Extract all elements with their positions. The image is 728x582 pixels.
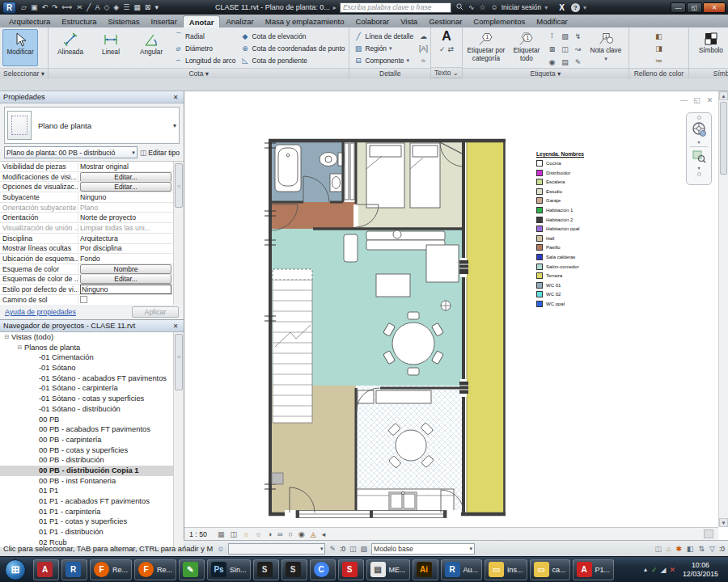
ribbon-tab[interactable]: Colaborar (349, 15, 395, 27)
property-value[interactable]: Norte de proyecto (78, 213, 173, 222)
property-value[interactable]: Plano (78, 203, 173, 213)
close-icon[interactable]: ✕ (171, 94, 180, 101)
ribbon-list-button[interactable]: ⊕ Cota de coordenadas de punto (239, 42, 346, 54)
tree-item[interactable]: 00 PB - inst Fontaneria (0, 476, 173, 487)
ribbon-tab[interactable]: Anotar (183, 15, 221, 27)
taskbar-app-button[interactable]: ▭ Ins... (485, 559, 527, 580)
tree-item[interactable]: 00 PB - cotas y superficies (0, 445, 173, 456)
ribbon-list-button[interactable]: ▨ Región▾ (352, 42, 417, 54)
tree-item[interactable]: ⊟ Vistas (todo) (0, 332, 173, 343)
ribbon-tab[interactable]: Complementos (468, 15, 531, 27)
scrollbar-thumb[interactable]: ≡ (175, 334, 183, 390)
expand-icon[interactable]: ⊟ (2, 332, 11, 343)
tree-item[interactable]: 01 P1 - cotas y superficies (0, 517, 173, 527)
selection-option-icon[interactable]: ◧ (687, 545, 694, 553)
scroll-up-icon[interactable]: ▲ (719, 91, 728, 100)
taskbar-app-button[interactable]: A (33, 559, 59, 580)
tag-all-button[interactable]: 1 Etiquetartodo (509, 29, 544, 66)
start-button[interactable]: ⊞ (5, 559, 26, 580)
expand-icon[interactable] (30, 415, 39, 425)
angular-button[interactable]: Angular (132, 29, 171, 66)
tag-by-category-button[interactable]: 1 Etiquetar porcategoría (465, 29, 507, 66)
expand-icon[interactable] (30, 435, 39, 445)
chevron-down-icon[interactable]: ▾ (697, 139, 700, 145)
view-control-icon[interactable]: ◬ (311, 530, 316, 538)
view-control-icon[interactable]: ◑ (268, 530, 272, 538)
qat-icon[interactable]: ◇ (104, 3, 109, 11)
view-restore-icon[interactable]: ◱ (692, 96, 702, 104)
tree-item[interactable]: 00 PB - distribución Copia 1 (0, 466, 173, 476)
detail-mini-icon[interactable]: ☁ (419, 31, 428, 42)
property-value[interactable]: Limpiar todas las uni... (78, 223, 173, 233)
lineal-button[interactable]: Lineal (91, 29, 130, 66)
qat-icon[interactable]: ⊠ (145, 3, 151, 11)
taskbar-app-button[interactable]: Ps Sin... (207, 559, 251, 580)
taskbar-app-button[interactable]: R (61, 559, 87, 580)
qat-icon[interactable]: ▣ (31, 3, 38, 11)
vertical-scrollbar[interactable]: ▲ ▼ (718, 91, 728, 527)
property-value[interactable]: Editar... (78, 172, 173, 182)
expand-icon[interactable] (30, 507, 39, 517)
symbol-button[interactable]: Símbolo (692, 29, 728, 66)
panel-label-texto[interactable]: Texto ⌄ (431, 67, 462, 78)
qat-icon[interactable]: ▾ (154, 3, 159, 11)
app-menu-button[interactable]: R (2, 2, 16, 14)
ribbon-tab[interactable]: Arquitectura (3, 15, 56, 27)
view-minimize-icon[interactable]: — (679, 96, 689, 104)
sign-in-button[interactable]: Iniciar sesión (502, 3, 542, 11)
property-value[interactable]: Fondo (78, 254, 173, 264)
taskbar-app-button[interactable]: C (310, 559, 336, 580)
exchange-apps-icon[interactable]: X (559, 3, 565, 12)
detail-mini-icon[interactable]: [A] (419, 43, 428, 54)
view-control-icon[interactable]: ◂ (322, 530, 326, 538)
qat-icon[interactable]: ▦ (133, 3, 141, 11)
expand-icon[interactable] (30, 394, 39, 404)
ribbon-list-button[interactable]: ╱ Línea de detalle (352, 30, 417, 42)
color-fill-mini-icon[interactable]: ◨ (655, 43, 662, 54)
zoom-region-icon[interactable] (692, 149, 706, 163)
tree-item[interactable]: 01 P1 - acabados FT pavimentos (0, 496, 173, 507)
search-icon[interactable] (456, 3, 463, 12)
close-button[interactable]: ✕ (703, 2, 726, 13)
help-search-input[interactable]: Escriba palabra clave o frase (340, 2, 451, 13)
ribbon-tab[interactable]: Masa y emplazamiento (260, 15, 350, 27)
help-button[interactable]: ? (571, 3, 580, 12)
tree-item[interactable]: 00 PB (0, 415, 173, 425)
tag-mini-icon[interactable]: ▤ (559, 57, 571, 69)
view-resize-box[interactable] (704, 529, 713, 538)
selection-option-icon[interactable]: ⇅ (698, 545, 705, 553)
ribbon-list-button[interactable]: ◺ Cota de pendiente (239, 54, 346, 66)
tag-mini-icon[interactable]: ◫ (559, 44, 571, 56)
taskbar-app-button[interactable]: ✎ (179, 559, 205, 580)
qat-icon[interactable]: ⟺ (62, 3, 73, 11)
taskbar-app-button[interactable]: S (281, 559, 307, 580)
text-mini-icon[interactable]: ✓ (439, 44, 446, 55)
taskbar-app-button[interactable]: S (338, 559, 364, 580)
qat-icon[interactable]: ▱ (21, 3, 27, 11)
modify-button[interactable]: Modificar (2, 29, 38, 66)
account-icon[interactable]: ☺ (491, 3, 498, 11)
workset-select[interactable]: Modelo base ▾ (371, 543, 475, 555)
selection-option-icon[interactable]: ▽ (709, 545, 715, 553)
expand-icon[interactable] (30, 424, 39, 435)
panel-label-seleccionar[interactable]: Seleccionar ▾ (0, 68, 48, 78)
qat-icon[interactable]: A (95, 3, 99, 11)
property-value[interactable]: Mostrar original (78, 162, 173, 171)
link-icon[interactable]: ▨ (361, 545, 368, 553)
chevron-down-icon[interactable]: ▾ (697, 165, 700, 171)
ribbon-list-button[interactable]: ◆ Cota de elevación (239, 30, 346, 42)
panel-label-etiqueta[interactable]: Etiqueta ▾ (463, 68, 629, 78)
tree-item[interactable]: 01 P1 - carpintería (0, 507, 173, 517)
selection-option-icon[interactable]: ◫ (654, 545, 662, 553)
scrollbar-thumb[interactable]: ≡ (175, 163, 183, 208)
navbar-handle[interactable] (697, 172, 701, 176)
ribbon-list-button[interactable]: ⌢ Longitud de arco (172, 54, 237, 66)
tree-item[interactable]: 00 PB - carpintería (0, 435, 173, 445)
ribbon-tab[interactable]: Gestionar (423, 15, 468, 27)
qat-icon[interactable]: ≍ (76, 3, 83, 11)
tray-icon[interactable]: ✕ (669, 566, 675, 574)
view-control-icon[interactable]: ▦ (218, 530, 225, 538)
tag-mini-icon[interactable]: ↯ (572, 31, 584, 43)
expand-icon[interactable] (30, 517, 39, 527)
expand-icon[interactable] (30, 383, 39, 394)
